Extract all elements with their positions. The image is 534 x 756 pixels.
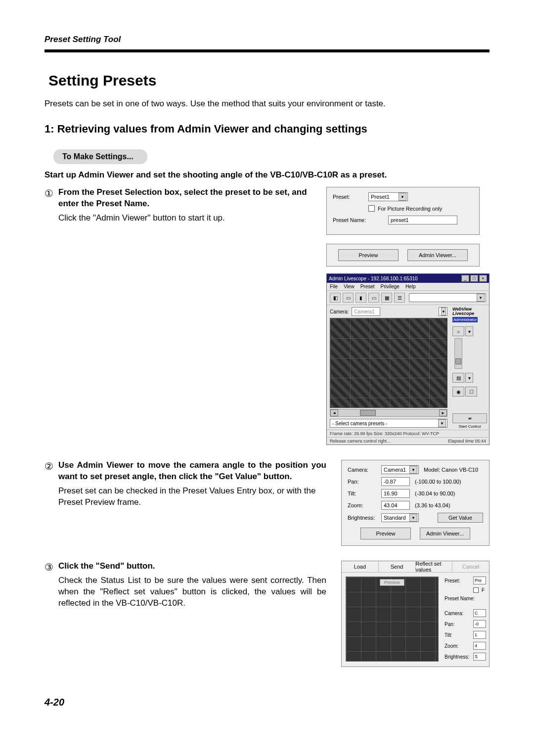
p3-camera-label: Camera:	[445, 611, 473, 616]
live-video-view[interactable]	[330, 318, 447, 408]
close-icon[interactable]: ×	[479, 275, 487, 282]
p3-checkbox[interactable]	[473, 587, 479, 593]
p3-pan-input[interactable]: -0	[473, 620, 486, 628]
p3-camera-input[interactable]: C	[473, 609, 486, 617]
p2-zoom-input[interactable]: 43.04	[381, 501, 410, 510]
p3-check-label: F	[482, 587, 485, 593]
main-title: Setting Presets	[48, 72, 490, 89]
p2-camera-label: Camera:	[348, 467, 381, 473]
zoom-slider[interactable]	[454, 338, 462, 369]
chevron-down-icon[interactable]: ▼	[409, 514, 417, 522]
p2-tilt-input[interactable]: 16.90	[381, 489, 410, 498]
livescope-menubar: File View Preset Privilege Help	[327, 283, 489, 291]
admin-livescope-window: Admin Livescope - 192.168.100.1:65310 _ …	[326, 273, 490, 445]
p2-pan-input[interactable]: -0.87	[381, 477, 410, 486]
admin-viewer-button[interactable]: Admin Viewer...	[407, 249, 468, 261]
pan-scrollbar[interactable]: ◄ ►	[330, 409, 447, 417]
camera-dropdown[interactable]: Camera1	[352, 307, 380, 316]
send-panel-side-form: Preset:Pre F Preset Name: Camera:C Pan:-…	[443, 573, 489, 667]
p3-brightness-input[interactable]: S	[473, 653, 486, 661]
livescope-titlebar: Admin Livescope - 192.168.100.1:65310 _ …	[327, 274, 489, 283]
maximize-icon[interactable]: □	[470, 275, 478, 282]
picture-recording-checkbox[interactable]	[368, 205, 375, 212]
chevron-down-icon[interactable]: ▼	[399, 193, 406, 201]
step-1-number: ①	[44, 187, 58, 200]
load-button[interactable]: Load	[342, 561, 379, 572]
step-3-number: ③	[44, 561, 58, 574]
p3-tilt-input[interactable]: 1	[473, 631, 486, 639]
step-2-text: Preset set can be checked in the Preset …	[58, 486, 326, 508]
p2-zoom-label: Zoom:	[348, 502, 381, 508]
toolbar-icon-4[interactable]: ▭	[368, 293, 379, 303]
start-control-button[interactable]: Start Control	[452, 424, 487, 429]
toolbar-icon-2[interactable]: ▭	[343, 293, 354, 303]
preset-select-value: - Select camera presets -	[332, 421, 438, 426]
p2-preview-button[interactable]: Preview	[360, 528, 411, 539]
wide-icon[interactable]: ▤	[452, 373, 464, 383]
p3-preset-label: Preset:	[445, 578, 473, 583]
menu-file[interactable]: File	[330, 284, 338, 289]
brightness-icon[interactable]: ☼	[452, 326, 464, 336]
livescope-toolbar: ◧ ▭ ▮ ▭ ▦ ☰ ▼	[327, 291, 489, 305]
status-frame-info: Frame rate: 29.99 fps Size: 320x240 Prot…	[330, 431, 439, 436]
chevron-down-icon[interactable]: ▾	[465, 373, 473, 383]
p2-tilt-label: Tilt:	[348, 490, 381, 496]
preset-select-dropdown[interactable]: - Select camera presets - ▼	[330, 419, 447, 428]
preset-name-input[interactable]: preset1	[388, 216, 457, 224]
p3-zoom-label: Zoom:	[445, 643, 473, 649]
toolbar-dropdown[interactable]: ▼	[409, 293, 486, 302]
menu-preset[interactable]: Preset	[360, 284, 375, 289]
p2-brightness-label: Brightness:	[348, 515, 381, 521]
menu-help[interactable]: Help	[405, 284, 416, 289]
p3-pan-label: Pan:	[445, 622, 473, 627]
preview-tag: Preview	[380, 579, 404, 586]
preset-values-entry-panel: Camera: Camera1 ▼ Model: Canon VB-C10 Pa…	[341, 460, 490, 546]
get-value-button[interactable]: Get Value	[438, 513, 483, 523]
p2-pan-range: (-100.00 to 100.00)	[415, 479, 461, 485]
p2-tilt-range: (-30.04 to 90.00)	[415, 490, 455, 496]
zoom-thumb[interactable]	[455, 358, 461, 364]
p2-zoom-range: (3.36 to 43.04)	[415, 502, 450, 508]
minimize-icon[interactable]: _	[461, 275, 469, 282]
p2-brightness-dropdown[interactable]: Standard ▼	[381, 513, 419, 522]
menu-view[interactable]: View	[344, 284, 355, 289]
settings-icon[interactable]: ☐	[465, 387, 477, 397]
snapshot-icon[interactable]: ◉	[452, 387, 464, 397]
page-number: 4-20	[44, 697, 490, 708]
preview-button[interactable]: Preview	[338, 249, 399, 261]
toolbar-icon-3[interactable]: ▮	[356, 293, 366, 303]
send-button[interactable]: Send	[379, 561, 416, 572]
control-icon[interactable]: ⇄	[452, 413, 487, 423]
step-3-text: Check the Status List to be sure the val…	[58, 575, 326, 609]
scroll-thumb[interactable]	[360, 410, 376, 416]
scroll-left-icon[interactable]: ◄	[330, 409, 338, 416]
p2-pan-label: Pan:	[348, 479, 381, 485]
toolbar-icon-5[interactable]: ▦	[381, 293, 392, 303]
toolbar-icon-6[interactable]: ☰	[394, 293, 405, 303]
step-2-number: ②	[44, 460, 58, 473]
reflect-set-values-button[interactable]: Reflect set values	[416, 561, 453, 572]
preset-dropdown-value: Preset1	[371, 194, 399, 200]
to-make-settings-pill: To Make Settings...	[53, 149, 147, 164]
camera-dropdown-arrow[interactable]: ▼	[439, 307, 447, 316]
cancel-button[interactable]: Cancel	[452, 561, 489, 572]
camera-label: Camera:	[330, 309, 349, 314]
status-release-text: Release camera control right...	[330, 439, 391, 444]
p3-tilt-label: Tilt:	[445, 632, 473, 638]
step-3-bold: Click the "Send" button.	[58, 561, 326, 572]
header-rule	[44, 49, 490, 52]
p3-zoom-input[interactable]: 4	[473, 642, 486, 650]
p2-admin-viewer-button[interactable]: Admin Viewer...	[420, 528, 470, 539]
chevron-down-icon[interactable]: ▼	[438, 419, 446, 427]
menu-privilege[interactable]: Privilege	[381, 284, 400, 289]
step-1-text: Click the "Admin Viewer" button to start…	[58, 213, 312, 224]
chevron-down-icon[interactable]: ▼	[477, 294, 485, 302]
p2-camera-dropdown[interactable]: Camera1 ▼	[381, 465, 419, 474]
livescope-title: Admin Livescope - 192.168.100.1:65310	[329, 276, 418, 281]
chevron-down-icon[interactable]: ▾	[465, 326, 473, 336]
scroll-right-icon[interactable]: ►	[439, 409, 447, 416]
preset-dropdown[interactable]: Preset1 ▼	[368, 192, 408, 201]
chevron-down-icon[interactable]: ▼	[409, 466, 417, 474]
p3-preset-input[interactable]: Pre	[473, 577, 486, 584]
toolbar-icon-1[interactable]: ◧	[330, 293, 341, 303]
